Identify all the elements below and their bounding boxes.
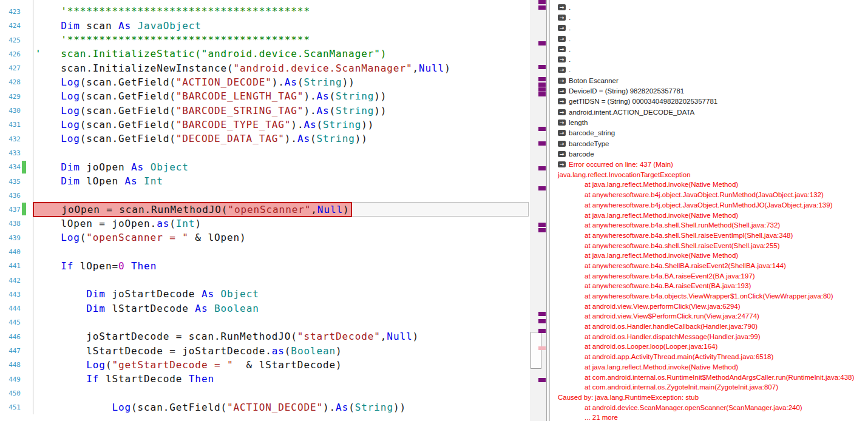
gutter-cell[interactable]: 432: [0, 132, 33, 146]
log-entry-error[interactable]: →Error occurred on line: 437 (Main): [558, 159, 868, 169]
log-entry[interactable]: →length: [558, 117, 868, 127]
gutter-cell[interactable]: 437: [0, 202, 33, 216]
stack-trace-line[interactable]: at com.android.internal.os.ZygoteInit.ma…: [558, 382, 868, 392]
stack-trace-line[interactable]: at anywheresoftware.b4a.objects.ViewWrap…: [558, 291, 868, 301]
log-entry[interactable]: →.: [558, 12, 868, 22]
stack-trace-line[interactable]: at java.lang.reflect.Method.invoke(Nativ…: [558, 251, 868, 261]
scrollbar-thumb[interactable]: [531, 332, 541, 369]
log-entry[interactable]: →barcodeType: [558, 138, 868, 149]
stack-trace-line[interactable]: at anywheresoftware.b4j.object.JavaObjec…: [558, 190, 868, 200]
gutter-cell[interactable]: 445: [0, 315, 33, 329]
stack-trace-line[interactable]: at android.app.ActivityThread.main(Activ…: [558, 352, 868, 362]
code-editor-pane[interactable]: 422423 '********************************…: [0, 0, 530, 421]
code-line[interactable]: 450: [0, 386, 530, 400]
log-entry[interactable]: →Boton Escanner: [558, 75, 868, 86]
stack-trace-line[interactable]: Caused by: java.lang.RuntimeException: s…: [558, 392, 868, 403]
code-line[interactable]: 438 lOpen = joOpen.as(Int): [0, 217, 530, 231]
gutter-cell[interactable]: 444: [0, 301, 33, 315]
code-line[interactable]: 449 If lStartDecode Then: [0, 372, 530, 386]
gutter-cell[interactable]: 438: [0, 217, 33, 231]
code-line[interactable]: 432 Log(scan.GetField("DECODE_DATA_TAG")…: [0, 132, 530, 146]
gutter-cell[interactable]: 450: [0, 386, 33, 400]
code-line[interactable]: 445: [0, 315, 530, 329]
gutter-cell[interactable]: 429: [0, 89, 33, 103]
gutter-cell[interactable]: 423: [0, 4, 33, 18]
code-line[interactable]: 424 Dim scan As JavaObject: [0, 19, 530, 33]
log-entry[interactable]: →barcode_string: [558, 128, 868, 138]
gutter-cell[interactable]: 433: [0, 146, 33, 160]
log-entry[interactable]: →android.intent.ACTION_DECODE_DATA: [558, 107, 868, 117]
code-line[interactable]: 422: [0, 0, 530, 4]
code-line[interactable]: 427 scan.InitializeNewInstance("android.…: [0, 61, 530, 75]
log-entry[interactable]: →getTIDSN = (String) 0000340498282025357…: [558, 96, 868, 107]
stack-trace-line[interactable]: at anywheresoftware.b4a.shell.Shell.rais…: [558, 241, 868, 251]
code-line[interactable]: 423 '***********************************…: [0, 4, 530, 18]
code-line[interactable]: 429 Log(scan.GetField("BARCODE_LENGTH_TA…: [0, 89, 530, 103]
log-entry[interactable]: →.: [558, 2, 868, 12]
log-entry[interactable]: →.: [558, 33, 868, 44]
gutter-cell[interactable]: 424: [0, 19, 33, 33]
log-entry[interactable]: →.: [558, 23, 868, 33]
stack-trace-line[interactable]: at anywheresoftware.b4j.object.JavaObjec…: [558, 200, 868, 210]
gutter-cell[interactable]: 435: [0, 174, 33, 188]
editor-scrollbar-marker-bar[interactable]: [530, 0, 546, 421]
code-line[interactable]: 425 '***********************************…: [0, 33, 530, 47]
gutter-cell[interactable]: 443: [0, 287, 33, 301]
log-panel[interactable]: →.→.→.→.→.→.→.→Boton Escanner→DeviceID =…: [550, 0, 868, 421]
gutter-cell[interactable]: 422: [0, 0, 33, 4]
gutter-cell[interactable]: 439: [0, 231, 33, 244]
gutter-cell[interactable]: 440: [0, 244, 33, 258]
code-line[interactable]: 434 Dim joOpen As Object: [0, 160, 530, 174]
gutter-cell[interactable]: 430: [0, 103, 33, 117]
stack-trace-line[interactable]: at anywheresoftware.b4a.shell.Shell.rais…: [558, 231, 868, 241]
gutter-cell[interactable]: 451: [0, 400, 33, 414]
log-entry[interactable]: →.: [558, 44, 868, 54]
stack-trace-line[interactable]: at android.device.ScanManager.openScanne…: [558, 403, 868, 413]
code-line[interactable]: 448 Log("getStartDecode = " & lStartDeco…: [0, 358, 530, 372]
code-line[interactable]: 446 joStartDecode = scan.RunMethodJO("st…: [0, 329, 530, 343]
stack-trace-line[interactable]: ... 21 more: [558, 413, 868, 421]
code-line-error[interactable]: 437joOpen = scan.RunMethodJO("openScanne…: [0, 202, 530, 216]
stack-trace-line[interactable]: at android.os.Handler.dispatchMessage(Ha…: [558, 332, 868, 342]
code-line[interactable]: 451 Log(scan.GetField("ACTION_DECODE").A…: [0, 400, 530, 414]
stack-trace-line[interactable]: at android.view.View$PerformClick.run(Vi…: [558, 311, 868, 322]
code-line[interactable]: 439 Log("openScanner = " & lOpen): [0, 231, 530, 244]
gutter-cell[interactable]: 436: [0, 188, 33, 202]
log-entry[interactable]: →.: [558, 54, 868, 64]
gutter-cell[interactable]: 441: [0, 259, 33, 273]
stack-trace-line[interactable]: at android.view.View.performClick(View.j…: [558, 301, 868, 312]
gutter-cell[interactable]: 431: [0, 118, 33, 132]
code-line[interactable]: 447 lStartDecode = joStartDecode.as(Bool…: [0, 343, 530, 357]
gutter-cell[interactable]: 446: [0, 329, 33, 343]
stack-trace-line[interactable]: at anywheresoftware.b4a.ShellBA.raiseEve…: [558, 261, 868, 271]
stack-trace-line[interactable]: at android.os.Handler.handleCallback(Han…: [558, 322, 868, 332]
code-line[interactable]: 426' scan.InitializeStatic("android.devi…: [0, 47, 530, 61]
stack-trace-line[interactable]: at android.os.Looper.loop(Looper.java:16…: [558, 342, 868, 352]
gutter-cell[interactable]: 449: [0, 372, 33, 386]
stack-trace-line[interactable]: at java.lang.reflect.Method.invoke(Nativ…: [558, 180, 868, 190]
code-line[interactable]: 435 Dim lOpen As Int: [0, 174, 530, 188]
gutter-cell[interactable]: 434: [0, 160, 33, 174]
log-entry[interactable]: →barcode: [558, 149, 868, 159]
log-entry[interactable]: →DeviceID = (String) 98282025357781: [558, 86, 868, 96]
code-line[interactable]: 428 Log(scan.GetField("ACTION_DECODE").A…: [0, 75, 530, 89]
stack-trace-line[interactable]: at com.android.internal.os.RuntimeInit$M…: [558, 372, 868, 383]
gutter-cell[interactable]: 448: [0, 358, 33, 372]
code-line[interactable]: 433: [0, 146, 530, 160]
code-line[interactable]: 444 Dim lStartDecode As Boolean: [0, 301, 530, 315]
gutter-cell[interactable]: 426: [0, 47, 33, 61]
code-line[interactable]: 442: [0, 273, 530, 287]
stack-trace-line[interactable]: java.lang.reflect.InvocationTargetExcept…: [558, 170, 868, 180]
code-line[interactable]: 430 Log(scan.GetField("BARCODE_STRING_TA…: [0, 103, 530, 117]
code-line[interactable]: 440: [0, 244, 530, 258]
gutter-cell[interactable]: 425: [0, 33, 33, 47]
code-line[interactable]: 431 Log(scan.GetField("BARCODE_TYPE_TAG"…: [0, 118, 530, 132]
code-line[interactable]: 441 If lOpen=0 Then: [0, 259, 530, 273]
stack-trace-line[interactable]: at anywheresoftware.b4a.BA.raiseEvent(BA…: [558, 281, 868, 291]
code-line[interactable]: 436: [0, 188, 530, 202]
gutter-cell[interactable]: 427: [0, 61, 33, 75]
gutter-cell[interactable]: 442: [0, 273, 33, 287]
stack-trace-line[interactable]: at java.lang.reflect.Method.invoke(Nativ…: [558, 210, 868, 221]
code-line[interactable]: 443 Dim joStartDecode As Object: [0, 287, 530, 301]
stack-trace-line[interactable]: at anywheresoftware.b4a.BA.raiseEvent2(B…: [558, 271, 868, 281]
